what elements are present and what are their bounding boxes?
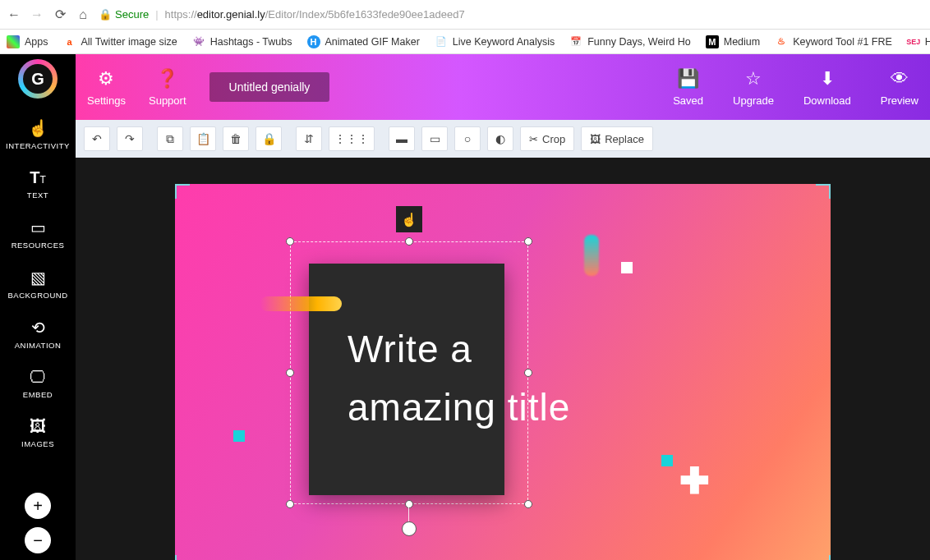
copy-button[interactable]: ⧉ [157, 126, 183, 151]
crop-corner [816, 184, 831, 199]
eye-icon: 👁 [891, 68, 909, 90]
bookmark-item[interactable]: SEJHow to Find Fr [907, 35, 930, 48]
bookmark-item[interactable]: HAnimated GIF Maker [307, 35, 420, 48]
undo-button[interactable]: ↶ [84, 126, 110, 151]
bookmark-icon: SEJ [907, 35, 920, 48]
crop-button[interactable]: ✂Crop [520, 126, 574, 151]
circle-button[interactable]: ○ [454, 126, 481, 151]
forward-button[interactable]: → [30, 7, 44, 22]
bookmark-icon: ♨ [775, 35, 788, 48]
resize-handle[interactable] [286, 500, 294, 508]
reload-button[interactable]: ⟳ [53, 7, 67, 22]
order-button[interactable]: ⇵ [296, 126, 322, 151]
preview-button[interactable]: 👁Preview [881, 68, 918, 107]
sidebar-item-animation[interactable]: ⟲ANIMATION [0, 310, 76, 360]
order-icon: ⇵ [304, 132, 314, 145]
drop-icon: ◐ [495, 132, 505, 145]
interactivity-badge[interactable]: ☝ [396, 206, 422, 232]
trash-icon: 🗑 [230, 132, 242, 145]
bookmark-icon: M [706, 35, 719, 48]
browser-toolbar: ← → ⟳ ⌂ 🔒 Secure | https://editor.genial… [0, 0, 930, 30]
text-icon: TT [0, 168, 76, 187]
apps-icon: ▦ [7, 35, 20, 48]
decorative-square [233, 430, 245, 442]
url-text: https://editor.genial.ly/Editor/Index/5b… [165, 8, 465, 21]
save-icon: 💾 [677, 68, 699, 90]
resize-handle[interactable] [524, 237, 532, 246]
slide-title[interactable]: Write a amazing title [348, 320, 570, 438]
bookmark-icon: 👾 [192, 35, 205, 48]
crop-corner [816, 555, 831, 560]
crop-corner [175, 184, 190, 199]
resize-handle[interactable] [286, 237, 294, 246]
redo-button[interactable]: ↷ [117, 126, 143, 151]
fill-button[interactable]: ▬ [389, 126, 415, 151]
sidebar-item-embed[interactable]: 🖵EMBED [0, 360, 76, 409]
sidebar: G ☝INTERACTIVITY TTTEXT ▭RESOURCES ▧BACK… [0, 54, 76, 560]
resize-handle[interactable] [405, 500, 413, 508]
sidebar-item-resources[interactable]: ▭RESOURCES [0, 209, 76, 259]
settings-button[interactable]: ⚙Settings [87, 68, 126, 107]
upgrade-button[interactable]: ☆Upgrade [733, 68, 774, 107]
download-icon: ⬇ [820, 68, 835, 90]
paste-button[interactable]: 📋 [190, 126, 216, 151]
logo[interactable]: G [18, 59, 58, 99]
rotate-handle[interactable] [402, 521, 417, 536]
replace-button[interactable]: 🖼Replace [581, 126, 653, 151]
decorative-pill [260, 296, 342, 311]
copy-icon: ⧉ [166, 132, 174, 146]
bookmark-item[interactable]: 📄Live Keyword Analysis [435, 35, 555, 48]
download-button[interactable]: ⬇Download [803, 68, 851, 107]
saved-indicator[interactable]: 💾Saved [673, 68, 703, 107]
position-button[interactable]: ⋮⋮⋮ [329, 126, 375, 151]
sidebar-item-background[interactable]: ▧BACKGROUND [0, 259, 76, 310]
lock-button[interactable]: 🔒 [256, 126, 282, 151]
fit-button[interactable]: ▭ [421, 126, 448, 151]
home-button[interactable]: ⌂ [76, 7, 90, 22]
touch-icon: ☝ [0, 118, 76, 138]
resources-icon: ▭ [0, 218, 76, 237]
decorative-square [621, 262, 633, 273]
document-title[interactable]: Untitled genially [209, 72, 330, 102]
zoom-in-button[interactable]: + [25, 493, 51, 519]
bookmark-icon: H [307, 35, 320, 48]
delete-button[interactable]: 🗑 [223, 126, 249, 151]
touch-icon: ☝ [401, 212, 417, 227]
apps-button[interactable]: ▦ Apps [7, 35, 48, 48]
bookmark-item[interactable]: 📅Funny Days, Weird Ho [569, 35, 691, 48]
bookmark-item[interactable]: 👾Hashtags - Twubs [192, 35, 292, 48]
back-button[interactable]: ← [7, 7, 21, 22]
mask-button[interactable]: ◐ [487, 126, 513, 151]
resize-handle[interactable] [405, 237, 413, 246]
bookmark-item[interactable]: MMedium [706, 35, 760, 48]
address-bar[interactable]: 🔒 Secure | https://editor.genial.ly/Edit… [99, 8, 923, 21]
slide[interactable]: ✖ ☝ [175, 184, 831, 560]
lock-icon: 🔒 [99, 8, 112, 21]
embed-icon: 🖵 [0, 368, 76, 387]
help-icon: ❓ [156, 68, 178, 90]
decorative-bar [584, 235, 599, 276]
gear-icon: ⚙ [98, 68, 114, 90]
replace-icon: 🖼 [590, 133, 601, 145]
fit-icon: ▭ [430, 132, 440, 145]
sidebar-item-interactivity[interactable]: ☝INTERACTIVITY [0, 110, 76, 160]
undo-icon: ↶ [92, 132, 102, 145]
resize-handle[interactable] [524, 500, 532, 508]
canvas-area[interactable]: ✖ ☝ [76, 158, 930, 560]
bookmark-item[interactable]: ♨Keyword Tool #1 FRE [775, 35, 892, 48]
zoom-out-button[interactable]: − [25, 527, 51, 553]
sidebar-item-images[interactable]: 🖼IMAGES [0, 409, 76, 458]
secure-label: Secure [115, 8, 149, 21]
star-icon: ☆ [745, 68, 762, 90]
circle-icon: ○ [464, 132, 471, 145]
animation-icon: ⟲ [0, 318, 76, 337]
paste-icon: 📋 [196, 132, 210, 145]
resize-handle[interactable] [286, 369, 294, 377]
toolbar: ↶ ↷ ⧉ 📋 🗑 🔒 ⇵ ⋮⋮⋮ ▬ ▭ ○ ◐ ✂Crop 🖼Replace [76, 120, 930, 158]
bookmarks-bar: ▦ Apps aAll Twitter image size 👾Hashtags… [0, 30, 930, 54]
decorative-square [661, 455, 673, 466]
sidebar-item-text[interactable]: TTTEXT [0, 160, 76, 209]
support-button[interactable]: ❓Support [149, 68, 186, 107]
bookmark-icon: a [63, 35, 76, 48]
bookmark-item[interactable]: aAll Twitter image size [63, 35, 177, 48]
